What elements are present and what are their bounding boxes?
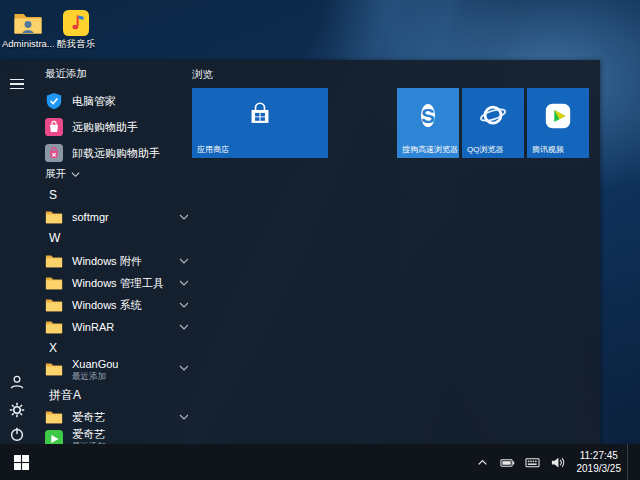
start-button[interactable]: [0, 444, 42, 480]
tile-label: 应用商店: [197, 144, 229, 155]
desktop-icon-label: 酷我音乐: [50, 39, 102, 49]
tile-label: 腾讯视频: [532, 144, 564, 155]
desktop-icon-label: Administra...: [2, 39, 54, 49]
desktop-icon-administrator[interactable]: Administra...: [2, 10, 54, 49]
screen: Administra... 酷我音乐 最近添加: [0, 0, 640, 480]
system-tray: 11:27:45 2019/3/25: [470, 444, 640, 480]
tile-label: QQ浏览器: [467, 144, 503, 155]
tile-tencent-video[interactable]: 腾讯视频: [527, 88, 589, 158]
kuwo-music-icon: [61, 10, 91, 36]
tile-app-store[interactable]: 应用商店: [192, 88, 328, 158]
volume-icon: [550, 455, 565, 470]
qq-browser-icon: [478, 101, 508, 131]
tile-label: 搜狗高速浏览器: [402, 144, 458, 155]
battery-icon: [500, 455, 515, 470]
taskbar: 11:27:45 2019/3/25: [0, 444, 640, 480]
keyboard-icon: [525, 455, 540, 470]
sogou-icon: S: [421, 101, 435, 131]
tile-sogou-browser[interactable]: S 搜狗高速浏览器: [397, 88, 459, 158]
tile-group-header[interactable]: 浏览: [192, 68, 213, 82]
store-bag-icon: [247, 101, 274, 128]
tencent-video-icon: [543, 101, 573, 131]
clock-time: 11:27:45: [577, 449, 622, 462]
touch-keyboard-tray-button[interactable]: [525, 455, 540, 470]
desktop-icon-kuwo-music[interactable]: 酷我音乐: [50, 10, 102, 49]
chevron-up-icon: [475, 455, 490, 470]
start-menu-tiles: 浏览 应用商店 S 搜狗高速浏览器 QQ浏览器: [0, 60, 600, 444]
battery-tray-button[interactable]: [500, 455, 515, 470]
user-folder-icon: [13, 10, 43, 36]
taskbar-clock[interactable]: 11:27:45 2019/3/25: [577, 449, 622, 475]
volume-tray-button[interactable]: [550, 455, 565, 470]
start-menu: 最近添加 电脑管家 远购购物助手 卸载远购购物助手 展开 S softmgr: [0, 60, 600, 444]
tray-overflow-button[interactable]: [475, 455, 490, 470]
clock-date: 2019/3/25: [577, 462, 622, 475]
tile-qq-browser[interactable]: QQ浏览器: [462, 88, 524, 158]
windows-logo-icon: [14, 455, 29, 470]
show-desktop-button[interactable]: [627, 444, 640, 480]
